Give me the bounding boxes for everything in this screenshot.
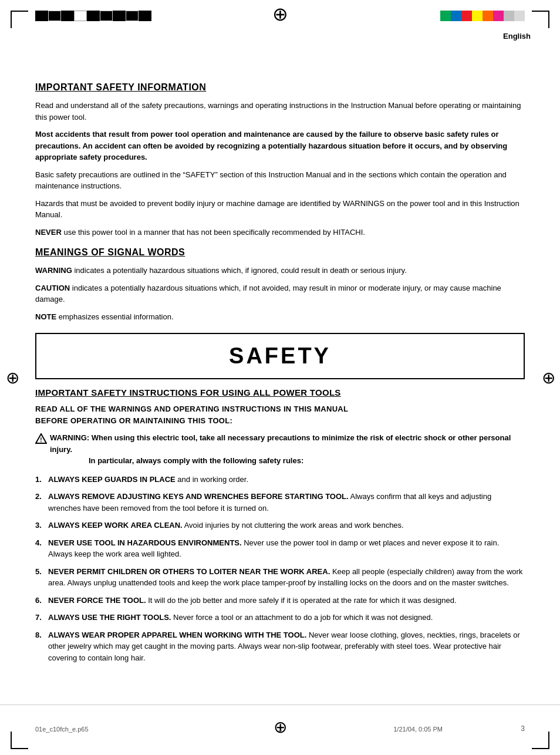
footer-page-number: 3 — [521, 724, 525, 733]
list-normal: and in working order. — [176, 475, 248, 484]
corner-bracket-tr — [532, 11, 549, 28]
warning-block: ! WARNING: When using this electric tool… — [35, 432, 525, 467]
list-bold: ALWAYS USE THE RIGHT TOOLS. — [48, 613, 171, 622]
color-bar — [514, 11, 525, 21]
list-content: NEVER USE TOOL IN HAZARDOUS ENVIRONMENTS… — [48, 537, 525, 560]
list-item: 3.ALWAYS KEEP WORK AREA CLEAN. Avoid inj… — [35, 520, 525, 531]
svg-text:!: ! — [40, 437, 42, 443]
crosshair-bottom: ⊕ — [274, 717, 287, 737]
list-normal: Never force a tool or an attachment to d… — [171, 613, 433, 622]
meanings-note: NOTE emphasizes essential information. — [35, 311, 525, 323]
list-bold: ALWAYS KEEP GUARDS IN PLACE — [48, 475, 176, 484]
list-content: ALWAYS KEEP WORK AREA CLEAN. Avoid injur… — [48, 520, 525, 531]
list-content: ALWAYS REMOVE ADJUSTING KEYS AND WRENCHE… — [48, 491, 525, 514]
page-header: ⊕ English — [0, 0, 560, 70]
meanings-caution: CAUTION indicates a potentially hazardou… — [35, 282, 525, 305]
list-content: ALWAYS WEAR PROPER APPAREL WHEN WORKING … — [48, 629, 525, 664]
list-item: 6.NEVER FORCE THE TOOL. It will do the j… — [35, 595, 525, 606]
corner-bracket-bl — [11, 732, 28, 749]
footer-filename: 01e_c10fch_e.p65 — [35, 726, 89, 733]
corner-bracket-br — [532, 732, 549, 749]
list-bold: NEVER FORCE THE TOOL. — [48, 596, 146, 605]
read-all-title: READ ALL OF THE WARNINGS AND OPERATING I… — [35, 403, 525, 426]
footer-date: 1/21/04, 0:05 PM — [393, 726, 443, 733]
color-bar — [504, 11, 514, 21]
meanings-title: MEANINGS OF SIGNAL WORDS — [35, 247, 525, 258]
list-normal: It will do the job better and more safel… — [146, 596, 457, 605]
crosshair-top: ⊕ — [272, 5, 288, 23]
important-safety-para2: Most accidents that result from power to… — [35, 129, 525, 163]
color-bars-decoration — [440, 11, 525, 21]
safety-box-title: SAFETY — [229, 343, 331, 368]
color-bar — [493, 11, 504, 21]
important-safety-title: IMPORTANT SAFETY INFORMATION — [35, 82, 525, 93]
warning-triangle-icon: ! — [35, 432, 47, 444]
list-number: 4. — [35, 537, 48, 549]
list-item: 5.NEVER PERMIT CHILDREN OR OTHERS TO LOI… — [35, 566, 525, 589]
list-bold: ALWAYS KEEP WORK AREA CLEAN. — [48, 521, 183, 530]
safety-box: SAFETY — [35, 333, 525, 379]
safety-instructions-title: IMPORTANT SAFETY INSTRUCTIONS FOR USING … — [35, 387, 525, 397]
list-bold: ALWAYS WEAR PROPER APPAREL WHEN WORKING … — [48, 631, 306, 639]
list-number: 6. — [35, 595, 48, 606]
page-footer: 01e_c10fch_e.p65 3 1/21/04, 0:05 PM 3 ⊕ — [0, 705, 560, 740]
list-item: 1.ALWAYS KEEP GUARDS IN PLACE and in wor… — [35, 474, 525, 486]
important-safety-para4: Hazards that must be avoided to prevent … — [35, 198, 525, 221]
color-bar — [461, 11, 472, 21]
list-content: ALWAYS USE THE RIGHT TOOLS. Never force … — [48, 612, 525, 623]
stripe-decoration-tl — [35, 11, 151, 21]
list-bold: ALWAYS REMOVE ADJUSTING KEYS AND WRENCHE… — [48, 492, 349, 501]
list-item: 2.ALWAYS REMOVE ADJUSTING KEYS AND WRENC… — [35, 491, 525, 514]
list-normal: Avoid injuries by not cluttering the wor… — [183, 521, 404, 530]
list-number: 8. — [35, 629, 48, 641]
color-bar — [472, 11, 483, 21]
list-content: ALWAYS KEEP GUARDS IN PLACE and in worki… — [48, 474, 525, 486]
list-bold: NEVER USE TOOL IN HAZARDOUS ENVIRONMENTS… — [48, 538, 242, 547]
warning-triangle-svg: ! — [35, 433, 47, 444]
list-bold: NEVER PERMIT CHILDREN OR OTHERS TO LOITE… — [48, 567, 330, 576]
list-item: 7.ALWAYS USE THE RIGHT TOOLS. Never forc… — [35, 612, 525, 623]
list-item: 8.ALWAYS WEAR PROPER APPAREL WHEN WORKIN… — [35, 629, 525, 664]
list-content: NEVER FORCE THE TOOL. It will do the job… — [48, 595, 525, 606]
list-number: 3. — [35, 520, 48, 531]
list-number: 7. — [35, 612, 48, 623]
list-content: NEVER PERMIT CHILDREN OR OTHERS TO LOITE… — [48, 566, 525, 589]
list-number: 5. — [35, 566, 48, 578]
important-safety-para1: Read and understand all of the safety pr… — [35, 100, 525, 123]
crosshair-right: ⊕ — [542, 368, 555, 387]
list-item: 4.NEVER USE TOOL IN HAZARDOUS ENVIRONMEN… — [35, 537, 525, 560]
main-content: IMPORTANT SAFETY INFORMATION Read and un… — [0, 70, 560, 693]
list-number: 1. — [35, 474, 48, 486]
important-safety-section: IMPORTANT SAFETY INFORMATION Read and un… — [35, 82, 525, 238]
list-number: 2. — [35, 491, 48, 503]
important-safety-para5: NEVER use this power tool in a manner th… — [35, 227, 525, 238]
color-bar — [451, 11, 461, 21]
safety-instructions-section: IMPORTANT SAFETY INSTRUCTIONS FOR USING … — [35, 387, 525, 663]
corner-bracket-tl — [11, 11, 28, 28]
safety-list: 1.ALWAYS KEEP GUARDS IN PLACE and in wor… — [35, 474, 525, 664]
crosshair-left: ⊕ — [6, 368, 19, 387]
meanings-warning: WARNING indicates a potentially hazardou… — [35, 265, 525, 277]
color-bar — [440, 11, 451, 21]
meanings-section: MEANINGS OF SIGNAL WORDS WARNING indicat… — [35, 247, 525, 322]
important-safety-para3: Basic safety precautions are outlined in… — [35, 169, 525, 192]
color-bar — [483, 11, 493, 21]
language-label: English — [503, 32, 531, 41]
